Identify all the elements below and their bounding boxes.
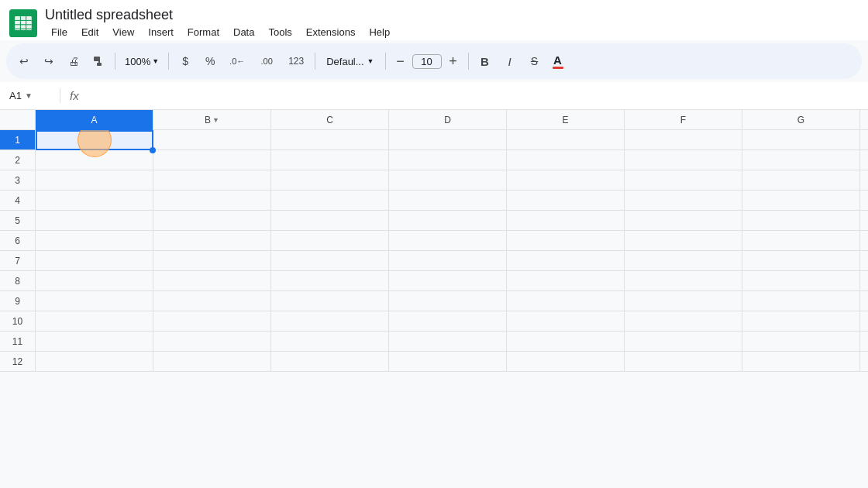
cell-g8[interactable]	[742, 271, 860, 291]
menu-view[interactable]: View	[106, 25, 140, 40]
cell-e6[interactable]	[507, 231, 625, 251]
cell-b5[interactable]	[153, 211, 271, 231]
menu-help[interactable]: Help	[363, 25, 396, 40]
text-color-button[interactable]: A	[548, 53, 568, 70]
cell-g2[interactable]	[742, 150, 860, 170]
cell-e1[interactable]	[507, 130, 625, 150]
cell-f5[interactable]	[625, 211, 742, 231]
cell-b4[interactable]	[153, 191, 271, 211]
cell-b10[interactable]	[153, 311, 271, 332]
cell-f12[interactable]	[625, 352, 742, 372]
col-header-c[interactable]: C	[271, 110, 389, 130]
decimal-less-button[interactable]: .0←	[223, 50, 251, 73]
row-number-2[interactable]: 2	[0, 150, 36, 170]
cell-a5[interactable]	[36, 211, 153, 231]
cell-c9[interactable]	[271, 291, 389, 311]
cell-reference-box[interactable]: A1 ▼	[6, 88, 60, 103]
cell-b2[interactable]	[153, 150, 271, 170]
cell-g5[interactable]	[742, 211, 860, 231]
row-number-8[interactable]: 8	[0, 271, 36, 290]
cell-e5[interactable]	[507, 211, 625, 231]
cell-b1[interactable]	[153, 130, 271, 150]
menu-file[interactable]: File	[45, 25, 74, 40]
cell-f10[interactable]	[625, 311, 742, 332]
print-button[interactable]: 🖨	[62, 50, 85, 73]
cell-f3[interactable]	[625, 170, 742, 191]
cell-f1[interactable]	[625, 130, 742, 150]
cell-g10[interactable]	[742, 311, 860, 332]
dollar-format-button[interactable]: $	[174, 50, 197, 73]
cell-e8[interactable]	[507, 271, 625, 291]
cell-d6[interactable]	[389, 231, 507, 251]
cell-f6[interactable]	[625, 231, 742, 251]
spreadsheet-title[interactable]: Untitled spreadsheet	[45, 7, 396, 24]
menu-edit[interactable]: Edit	[75, 25, 105, 40]
cell-a10[interactable]	[36, 311, 153, 332]
cell-f8[interactable]	[625, 271, 742, 291]
cell-d8[interactable]	[389, 271, 507, 291]
cell-a8[interactable]	[36, 271, 153, 291]
cell-c1[interactable]	[271, 130, 389, 150]
menu-format[interactable]: Format	[181, 25, 226, 40]
row-number-12[interactable]: 12	[0, 352, 36, 371]
cell-c4[interactable]	[271, 191, 389, 211]
col-header-e[interactable]: E	[507, 110, 625, 130]
cell-e7[interactable]	[507, 251, 625, 271]
cell-a12[interactable]	[36, 352, 153, 372]
col-header-b[interactable]: B ▼	[153, 110, 271, 130]
cell-e9[interactable]	[507, 291, 625, 311]
menu-tools[interactable]: Tools	[262, 25, 298, 40]
row-number-11[interactable]: 11	[0, 332, 36, 351]
cell-d10[interactable]	[389, 311, 507, 332]
cell-b9[interactable]	[153, 291, 271, 311]
decimal-more-button[interactable]: .00	[253, 50, 281, 73]
row-number-6[interactable]: 6	[0, 231, 36, 250]
cell-f2[interactable]	[625, 150, 742, 170]
cell-g6[interactable]	[742, 231, 860, 251]
cell-g3[interactable]	[742, 170, 860, 191]
cell-e11[interactable]	[507, 332, 625, 352]
cell-b6[interactable]	[153, 231, 271, 251]
cell-c8[interactable]	[271, 271, 389, 291]
cell-d7[interactable]	[389, 251, 507, 271]
cell-b3[interactable]	[153, 170, 271, 191]
cell-e10[interactable]	[507, 311, 625, 332]
cell-c3[interactable]	[271, 170, 389, 191]
cell-g11[interactable]	[742, 332, 860, 352]
bold-button[interactable]: B	[474, 50, 497, 73]
col-header-f[interactable]: F	[625, 110, 742, 130]
row-number-3[interactable]: 3	[0, 170, 36, 190]
cell-f4[interactable]	[625, 191, 742, 211]
cell-g7[interactable]	[742, 251, 860, 271]
cell-c7[interactable]	[271, 251, 389, 271]
cell-e3[interactable]	[507, 170, 625, 191]
cell-a11[interactable]	[36, 332, 153, 352]
cell-b12[interactable]	[153, 352, 271, 372]
cell-d12[interactable]	[389, 352, 507, 372]
percent-format-button[interactable]: %	[198, 50, 222, 73]
redo-button[interactable]: ↪	[37, 50, 60, 73]
cell-e4[interactable]	[507, 191, 625, 211]
font-selector[interactable]: Defaul... ▼	[320, 54, 380, 69]
italic-button[interactable]: I	[498, 50, 522, 73]
row-number-7[interactable]: 7	[0, 251, 36, 270]
cell-g1[interactable]	[742, 130, 860, 150]
font-size-increase-button[interactable]: +	[443, 51, 463, 71]
zoom-selector[interactable]: 100% ▼	[120, 54, 164, 69]
cell-c12[interactable]	[271, 352, 389, 372]
strikethrough-button[interactable]: S	[523, 50, 546, 73]
cell-f7[interactable]	[625, 251, 742, 271]
font-size-input[interactable]: 10	[412, 54, 442, 69]
cell-b7[interactable]	[153, 251, 271, 271]
cell-d1[interactable]	[389, 130, 507, 150]
menu-data[interactable]: Data	[227, 25, 260, 40]
cell-a6[interactable]	[36, 231, 153, 251]
cell-a1[interactable]	[36, 130, 153, 150]
cell-c11[interactable]	[271, 332, 389, 352]
formula-input[interactable]	[88, 90, 862, 101]
row-number-9[interactable]: 9	[0, 291, 36, 311]
cell-c6[interactable]	[271, 231, 389, 251]
row-number-4[interactable]: 4	[0, 191, 36, 210]
col-header-g[interactable]: G	[742, 110, 860, 130]
cell-c10[interactable]	[271, 311, 389, 332]
